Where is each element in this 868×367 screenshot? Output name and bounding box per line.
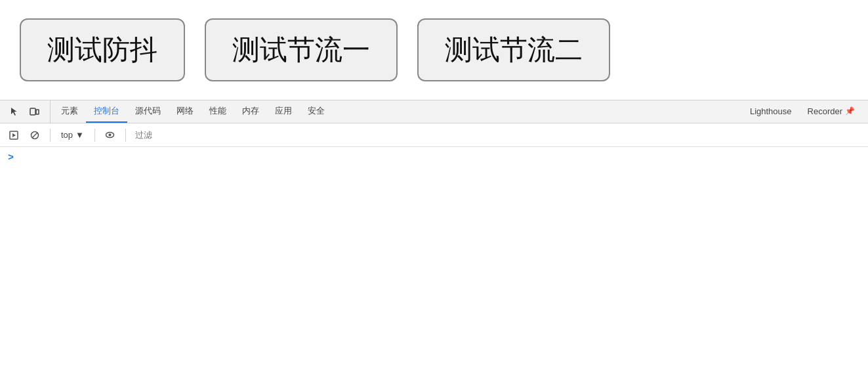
- console-toolbar: top ▼: [0, 123, 868, 147]
- svg-marker-3: [12, 133, 16, 137]
- pin-icon: 📌: [845, 106, 855, 116]
- tab-lighthouse[interactable]: Lighthouse: [742, 100, 800, 123]
- recorder-label: Recorder: [808, 106, 842, 116]
- chevron-down-icon: ▼: [75, 130, 84, 140]
- console-content: >: [0, 147, 868, 278]
- top-context-label: top: [61, 130, 73, 140]
- debounce-button[interactable]: 测试防抖: [20, 18, 185, 81]
- play-console-button[interactable]: [5, 127, 22, 144]
- tab-application[interactable]: 应用: [267, 100, 300, 123]
- device-toolbar-icon-button[interactable]: [25, 102, 43, 121]
- devtools-tabs: 元素 控制台 源代码 网络 性能 内存 应用 安全 Lighthouse Rec…: [53, 100, 863, 123]
- filter-input[interactable]: [133, 129, 863, 141]
- toolbar-icons-group: [5, 100, 51, 123]
- tab-security[interactable]: 安全: [300, 100, 333, 123]
- tab-performance[interactable]: 性能: [201, 100, 234, 123]
- svg-rect-1: [36, 110, 39, 114]
- tab-sources[interactable]: 源代码: [127, 100, 169, 123]
- throttle1-button[interactable]: 测试节流一: [205, 18, 398, 81]
- devtools-toolbar: 元素 控制台 源代码 网络 性能 内存 应用 安全 Lighthouse Rec…: [0, 100, 868, 123]
- tab-elements[interactable]: 元素: [53, 100, 86, 123]
- svg-line-5: [32, 133, 37, 138]
- block-console-button[interactable]: [26, 127, 43, 144]
- top-context-selector[interactable]: top ▼: [57, 129, 88, 141]
- console-prompt: >: [8, 152, 860, 163]
- tab-recorder[interactable]: Recorder 📌: [800, 100, 863, 123]
- prompt-chevron: >: [8, 152, 14, 163]
- tab-memory[interactable]: 内存: [234, 100, 267, 123]
- svg-rect-0: [30, 108, 35, 115]
- tab-network[interactable]: 网络: [169, 100, 201, 123]
- button-area: 测试防抖 测试节流一 测试节流二: [0, 0, 868, 100]
- toolbar-divider-3: [125, 129, 126, 142]
- eye-filter-button[interactable]: [102, 127, 119, 144]
- cursor-icon-button[interactable]: [5, 102, 24, 121]
- svg-point-7: [109, 134, 112, 137]
- toolbar-divider-2: [94, 129, 95, 142]
- tab-console[interactable]: 控制台: [86, 100, 127, 123]
- toolbar-divider: [50, 129, 51, 142]
- throttle2-button[interactable]: 测试节流二: [417, 18, 610, 81]
